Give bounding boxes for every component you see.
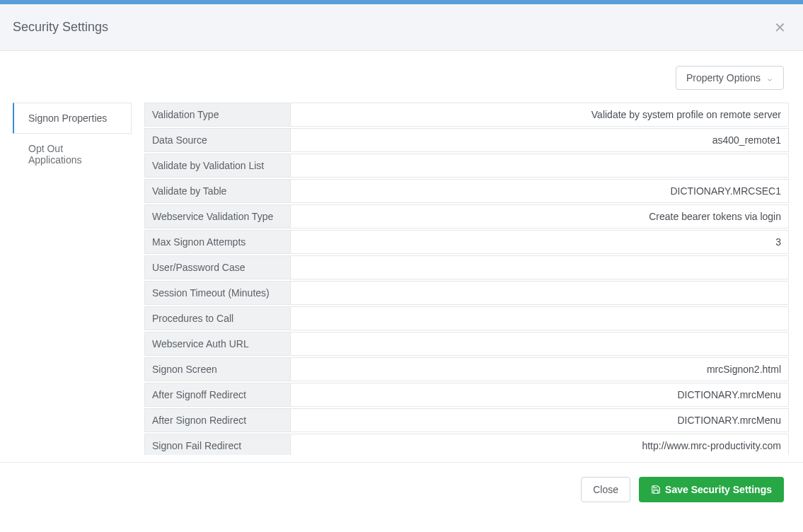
property-label: Procedures to Call (145, 307, 291, 330)
property-value: DICTIONARY.MRCSEC1 (291, 180, 788, 202)
property-value (291, 154, 788, 177)
property-row[interactable]: Signon ScreenmrcSignon2.html (144, 357, 789, 381)
close-button[interactable]: Close (581, 477, 630, 502)
property-label: Data Source (145, 129, 291, 151)
sidebar-item-1[interactable]: Opt Out Applications (13, 134, 132, 175)
property-table[interactable]: Validation TypeValidate by system profil… (144, 103, 790, 455)
property-options-dropdown[interactable]: Property Options (676, 66, 784, 90)
property-options-label: Property Options (686, 72, 761, 83)
property-value (291, 256, 788, 279)
property-label: After Signoff Redirect (145, 383, 291, 406)
property-value (291, 307, 788, 330)
property-value: 3 (291, 231, 788, 253)
property-row[interactable]: Validate by Validation List (144, 154, 789, 178)
property-row[interactable]: Data Sourceas400_remote1 (144, 128, 789, 152)
property-row[interactable]: Signon Fail Redirecthttp://www.mrc-produ… (144, 434, 789, 455)
property-row[interactable]: User/Password Case (144, 255, 789, 279)
property-value: mrcSignon2.html (291, 358, 788, 381)
property-value: DICTIONARY.mrcMenu (291, 383, 788, 406)
dialog-body: Signon PropertiesOpt Out Applications Va… (0, 90, 803, 458)
property-value: as400_remote1 (291, 129, 788, 151)
property-row[interactable]: Webservice Auth URL (144, 332, 789, 356)
property-value: Validate by system profile on remote ser… (291, 103, 788, 126)
property-row[interactable]: Webservice Validation TypeCreate bearer … (144, 204, 789, 229)
property-row[interactable]: Validation TypeValidate by system profil… (144, 103, 789, 127)
property-row[interactable]: After Signoff RedirectDICTIONARY.mrcMenu (144, 383, 789, 407)
property-label: Session Timeout (Minutes) (145, 282, 291, 304)
property-row[interactable]: After Signon RedirectDICTIONARY.mrcMenu (144, 408, 789, 432)
property-label: Signon Screen (145, 358, 291, 381)
property-label: Validate by Validation List (145, 154, 291, 177)
property-row[interactable]: Session Timeout (Minutes) (144, 281, 789, 305)
property-label: Max Signon Attempts (145, 231, 291, 253)
chevron-down-icon (766, 74, 773, 81)
property-label: Webservice Auth URL (145, 332, 291, 355)
property-label: Signon Fail Redirect (145, 434, 291, 455)
property-value: DICTIONARY.mrcMenu (291, 409, 788, 432)
sidebar-item-label: Signon Properties (28, 112, 107, 124)
dialog-title: Security Settings (13, 20, 108, 35)
property-value: Create bearer tokens via login (291, 205, 788, 228)
property-row[interactable]: Validate by TableDICTIONARY.MRCSEC1 (144, 179, 789, 203)
property-label: Webservice Validation Type (145, 205, 291, 228)
close-icon[interactable]: ✕ (770, 18, 790, 37)
close-button-label: Close (593, 484, 618, 495)
property-label: Validate by Table (145, 180, 291, 202)
property-label: Validation Type (145, 103, 291, 126)
save-button-label: Save Security Settings (665, 484, 772, 495)
property-row[interactable]: Max Signon Attempts3 (144, 230, 789, 254)
property-value (291, 282, 788, 304)
property-value: http://www.mrc-productivity.com (291, 434, 788, 455)
save-icon (651, 485, 661, 495)
property-label: After Signon Redirect (145, 409, 291, 432)
dialog-footer: Close Save Security Settings (0, 463, 803, 516)
save-security-settings-button[interactable]: Save Security Settings (639, 477, 784, 502)
sidebar-item-label: Opt Out Applications (28, 143, 82, 166)
main-panel: Validation TypeValidate by system profil… (144, 103, 790, 458)
sidebar: Signon PropertiesOpt Out Applications (13, 103, 132, 458)
property-value (291, 332, 788, 355)
property-row[interactable]: Procedures to Call (144, 306, 789, 330)
property-label: User/Password Case (145, 256, 291, 279)
dialog-header: Security Settings ✕ (0, 4, 803, 51)
sidebar-item-0[interactable]: Signon Properties (13, 103, 132, 134)
toolbar: Property Options (0, 51, 803, 90)
